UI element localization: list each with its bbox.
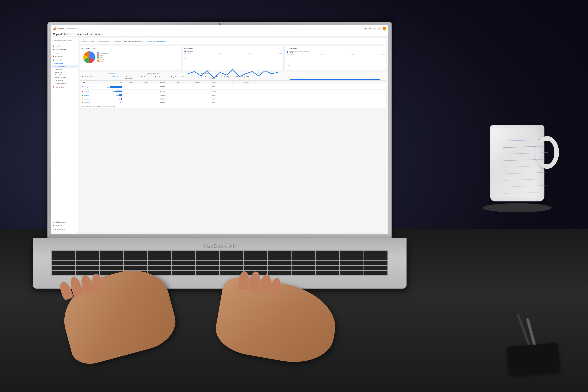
keyboard-key[interactable] (124, 261, 147, 265)
keyboard-key[interactable] (268, 256, 291, 260)
keyboard-key[interactable] (316, 270, 339, 275)
keyboard-key[interactable] (220, 266, 243, 270)
sidebar-sub-tout-trafic[interactable]: Tout le trafic (51, 68, 78, 71)
keyboard-key[interactable] (148, 261, 171, 265)
cell-channel[interactable]: 3. Direct (82, 94, 107, 96)
keyboard-key[interactable] (364, 270, 388, 275)
keyboard-key[interactable] (52, 266, 75, 270)
keyboard-key[interactable] (340, 270, 363, 275)
keyboard-key[interactable] (172, 266, 195, 270)
keyboard-key[interactable] (196, 251, 219, 256)
keyboard-key[interactable] (76, 261, 99, 265)
sidebar-sub-reseaux-sociaux[interactable]: Réseaux sociaux (51, 76, 78, 79)
modify-group-link[interactable]: Modifier le groupe de canaux (147, 40, 166, 42)
keyboard-key[interactable] (52, 251, 75, 256)
keyboard-key[interactable] (76, 251, 99, 256)
keyboard-key[interactable] (364, 251, 388, 256)
sidebar-search[interactable] (51, 38, 78, 43)
keyboard-key[interactable] (316, 266, 339, 270)
cell-channel[interactable]: 4. Referral (82, 98, 107, 100)
search-input[interactable] (52, 39, 76, 42)
keyboard-key[interactable] (148, 251, 171, 256)
keyboard-key[interactable] (292, 256, 316, 260)
keyboard-key[interactable] (52, 261, 75, 265)
keyboard-key[interactable] (100, 256, 123, 260)
avatar[interactable] (382, 27, 386, 30)
cell-channel[interactable]: 5. (Other) (82, 102, 107, 104)
keyboard-key[interactable] (292, 266, 316, 270)
keyboard-key[interactable] (196, 270, 219, 275)
sidebar-item-personnalisation[interactable]: ★ Personnalisation (51, 48, 78, 51)
keyboard-key[interactable] (292, 261, 316, 265)
keyboard-key[interactable] (100, 266, 123, 270)
keyboard-key[interactable] (340, 251, 363, 256)
sidebar-item-administration[interactable]: ⚙ Administration (51, 228, 78, 231)
keyboard-key[interactable] (124, 266, 147, 270)
line-chart-conversions: 100,00 % 0,00 % 3 août 10 août 17 août (287, 54, 384, 68)
sidebar-item-temps-reel[interactable]: Temps réel (51, 54, 78, 58)
sidebar-item-accueil[interactable]: 🏠 Accueil (51, 44, 78, 48)
keyboard-key[interactable] (268, 266, 291, 270)
keyboard-key[interactable] (172, 251, 195, 256)
sidebar-sub-google-ads[interactable]: Google Ads (51, 71, 78, 74)
sidebar-item-conversions[interactable]: 🎯 Conversions (51, 85, 78, 89)
keyboard-key[interactable] (268, 261, 291, 265)
keyboard-key[interactable] (268, 270, 291, 275)
keyboard-key[interactable] (196, 261, 219, 265)
keyboard-key[interactable] (220, 270, 243, 275)
cell-channel[interactable]: 2. Social (82, 90, 107, 92)
sidebar-sub-search-console[interactable]: Search Console (51, 74, 78, 76)
col-utilisateurs[interactable]: Utilisateurs ↕ (107, 76, 122, 79)
keyboard-key[interactable] (76, 256, 99, 260)
keyboard-key[interactable] (220, 261, 243, 265)
keyboard-key[interactable] (316, 261, 339, 265)
keyboard-key[interactable] (52, 270, 75, 275)
dimension-dropdown[interactable]: Principaux canaux (96, 39, 112, 43)
help-icon[interactable]: ? (373, 27, 376, 30)
keyboard-key[interactable] (340, 266, 363, 270)
keyboard-key[interactable] (124, 251, 147, 256)
sidebar-item-acquisition[interactable]: ↓ Acquisition (51, 62, 78, 65)
keyboard-key[interactable] (316, 251, 339, 256)
keyboard-key[interactable] (244, 266, 267, 270)
cell-channel[interactable]: 1. Organic Search (82, 86, 107, 88)
keyboard-key[interactable] (364, 266, 388, 270)
keyboard-key[interactable] (244, 256, 267, 260)
keyboard-key[interactable] (244, 261, 267, 265)
keyboard-key[interactable] (172, 270, 195, 275)
keyboard-key[interactable] (340, 256, 363, 260)
keyboard-key[interactable] (316, 256, 339, 260)
keyboard-key[interactable] (220, 251, 243, 256)
sidebar-item-comportement[interactable]: 📊 Comportement (51, 82, 78, 85)
keyboard-key[interactable] (292, 251, 316, 256)
keyboard-key[interactable] (220, 256, 243, 260)
keyboard-key[interactable] (196, 256, 219, 260)
keyboard-key[interactable] (244, 251, 267, 256)
apps-icon[interactable] (368, 27, 372, 30)
keyboard-key[interactable] (196, 266, 219, 270)
keyboard-key[interactable] (364, 256, 388, 260)
keyboard-key[interactable] (100, 251, 123, 256)
sidebar-sub-vue-ensemble[interactable]: Vue d'ensemble (51, 65, 78, 68)
keyboard-key[interactable] (148, 266, 171, 270)
sidebar-item-attribution[interactable]: ◈ Attribution NEW (51, 220, 78, 224)
keyboard-key[interactable] (148, 256, 171, 260)
keyboard-key[interactable] (340, 261, 363, 265)
keyboard-key[interactable] (364, 261, 388, 265)
laptop-screen[interactable]: Analytics Tous les rapports > ... ? ⋮ (51, 26, 388, 234)
keyboard-key[interactable] (100, 261, 123, 265)
keyboard-key[interactable] (172, 256, 195, 260)
comportement-group-label: Comportement (147, 73, 165, 74)
keyboard-key[interactable] (52, 256, 75, 260)
sidebar-item-decouvrir[interactable]: 📍 Découvrir (51, 224, 78, 228)
notifications-icon[interactable] (364, 27, 367, 30)
sidebar-sub-campagnes[interactable]: Campagnes (51, 79, 78, 82)
more-icon[interactable]: ⋮ (378, 27, 381, 30)
keyboard-key[interactable] (172, 261, 195, 265)
keyboard-key[interactable] (124, 256, 147, 260)
conversion-dropdown[interactable]: Objectif 1 : Newsletter sign in (122, 39, 146, 43)
keyboard-key[interactable] (268, 251, 291, 256)
keyboard-key[interactable] (76, 266, 99, 270)
keyboard-key[interactable] (292, 270, 316, 275)
sidebar-item-audience[interactable]: 👥 Audience (51, 58, 78, 62)
